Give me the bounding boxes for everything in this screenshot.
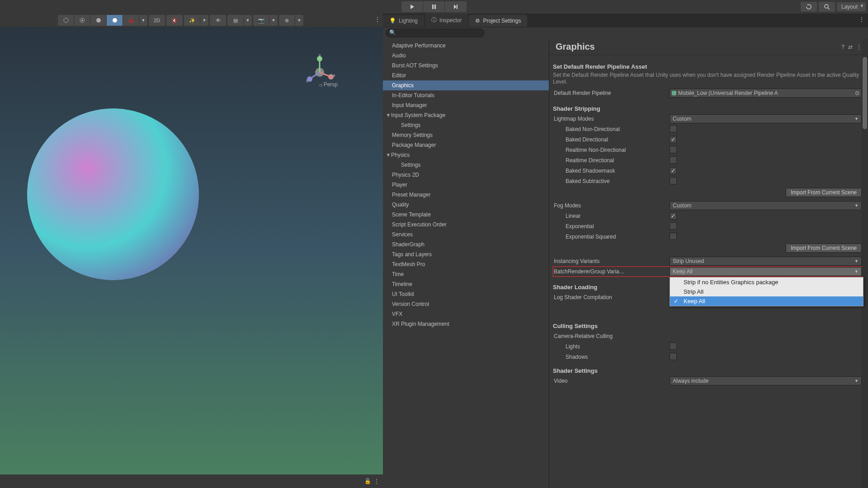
import-lightmap-button[interactable]: Import From Current Scene: [786, 188, 862, 197]
cat-input-manager[interactable]: Input Manager: [383, 100, 549, 110]
import-fog-button[interactable]: Import From Current Scene: [786, 244, 862, 253]
cat-physics-2d[interactable]: Physics 2D: [383, 170, 549, 180]
undo-history-icon[interactable]: [801, 2, 817, 12]
cat-preset-manager[interactable]: Preset Manager: [383, 190, 549, 200]
cat-shadergraph[interactable]: ShaderGraph: [383, 239, 549, 249]
label-camera-relative-culling: Camera-Relative Culling: [553, 333, 670, 339]
cat-vfx[interactable]: VFX: [383, 309, 549, 319]
cat-physics[interactable]: ▼Physics: [383, 150, 549, 160]
brg-option-keep-all[interactable]: ✓Keep All: [670, 296, 863, 306]
search-icon[interactable]: [819, 2, 835, 12]
svg-rect-0: [432, 5, 434, 9]
scene-visibility-toggle[interactable]: 👁: [210, 15, 226, 26]
scene-panel-menu[interactable]: ⋮: [375, 16, 380, 23]
cat-services[interactable]: Services: [383, 230, 549, 239]
checkbox-baked-non-directional[interactable]: [670, 125, 677, 132]
checkbox-baked-shadowmask[interactable]: [670, 167, 677, 174]
checkbox-realtime-non-directional[interactable]: [670, 146, 677, 153]
cat-input-system-package[interactable]: ▼Input System Package: [383, 110, 549, 120]
default-pipeline-field[interactable]: Mobile_Low (Universal Render Pipeline A …: [670, 89, 862, 98]
cat-textmesh-pro[interactable]: TextMesh Pro: [383, 259, 549, 269]
cat-adaptive-performance[interactable]: Adaptive Performance: [383, 41, 549, 51]
checkbox-culling-lights[interactable]: [670, 343, 677, 350]
scene-bottom-menu[interactable]: ⋮: [374, 478, 379, 484]
cat-scene-template[interactable]: Scene Template: [383, 210, 549, 220]
brg-option-strip-all[interactable]: Strip All: [670, 287, 863, 296]
checkbox-fog-exponential[interactable]: [670, 222, 677, 230]
cat-quality[interactable]: Quality: [383, 200, 549, 210]
checkbox-culling-shadows[interactable]: [670, 353, 677, 360]
pause-button[interactable]: [423, 1, 445, 12]
2d-toggle[interactable]: 2D: [149, 15, 165, 26]
debug-draw-dropdown[interactable]: ▼: [139, 15, 147, 26]
shading-mode-shaded-wireframe[interactable]: [74, 15, 90, 26]
help-icon[interactable]: ?: [841, 44, 844, 50]
settings-search-input[interactable]: [386, 28, 485, 38]
cat-editor[interactable]: Editor: [383, 70, 549, 80]
cat-burst-aot[interactable]: Burst AOT Settings: [383, 61, 549, 70]
desc-default-pipeline: Set the Default Render Pipeline Asset th…: [553, 72, 862, 85]
svg-text:x: x: [333, 73, 335, 78]
fog-modes-dropdown[interactable]: Custom▼: [670, 201, 862, 210]
cat-physics-settings[interactable]: Settings: [383, 160, 549, 170]
scene-layers-dropdown[interactable]: ▼: [244, 15, 252, 26]
checkbox-baked-directional[interactable]: [670, 136, 677, 143]
scene-camera[interactable]: 📷: [253, 15, 269, 26]
checkbox-realtime-directional[interactable]: [670, 156, 677, 164]
scene-fx-toggle[interactable]: ✨: [184, 15, 200, 26]
shading-mode-shaded[interactable]: [107, 15, 123, 26]
brg-variants-dropdown[interactable]: Keep All▼: [670, 267, 862, 276]
cat-version-control[interactable]: Version Control: [383, 299, 549, 309]
cat-audio[interactable]: Audio: [383, 51, 549, 61]
checkbox-fog-linear[interactable]: [670, 212, 677, 220]
panel-menu[interactable]: ⋮: [859, 16, 864, 23]
layout-dropdown[interactable]: Layout▼: [837, 2, 866, 11]
cat-time[interactable]: Time: [383, 269, 549, 279]
heading-shader-stripping: Shader Stripping: [553, 105, 862, 112]
tab-inspector[interactable]: ⓘInspector: [425, 14, 468, 27]
cat-player[interactable]: Player: [383, 180, 549, 190]
cat-package-manager[interactable]: Package Manager: [383, 140, 549, 150]
cat-input-system-settings[interactable]: Settings: [383, 120, 549, 130]
cat-graphics[interactable]: Graphics: [383, 80, 549, 90]
scene-view[interactable]: y x z ◁ Persp: [0, 27, 383, 474]
cat-timeline[interactable]: Timeline: [383, 279, 549, 289]
preset-icon[interactable]: ⇄: [848, 44, 853, 50]
label-lightmap-modes: Lightmap Modes: [553, 116, 670, 122]
cat-ui-toolkit[interactable]: UI Toolkit: [383, 289, 549, 299]
cat-in-editor-tutorials[interactable]: In-Editor Tutorials: [383, 90, 549, 100]
tab-project-settings[interactable]: ⚙Project Settings: [469, 15, 527, 27]
shading-mode-unlit[interactable]: [90, 15, 107, 26]
scene-layers[interactable]: ▤: [227, 15, 244, 26]
label-brg-variants: BatchRendererGroup Varia…: [553, 268, 670, 275]
brg-option-strip-if-no-entities[interactable]: Strip if no Entities Graphics package: [670, 277, 863, 287]
cat-tags-and-layers[interactable]: Tags and Layers: [383, 249, 549, 259]
step-button[interactable]: [445, 1, 467, 12]
content-scrollbar[interactable]: [862, 39, 868, 488]
menu-icon[interactable]: ⋮: [856, 44, 862, 50]
object-picker-icon[interactable]: ⊙: [855, 90, 859, 96]
tab-lighting[interactable]: 💡Lighting: [383, 15, 424, 27]
cat-memory-settings[interactable]: Memory Settings: [383, 130, 549, 140]
scene-camera-dropdown[interactable]: ▼: [269, 15, 278, 26]
gizmos-toggle[interactable]: ⊕: [279, 15, 295, 26]
scene-fx-dropdown[interactable]: ▼: [200, 15, 208, 26]
lock-icon[interactable]: 🔓: [364, 478, 371, 484]
scene-audio-toggle[interactable]: 🔇: [166, 15, 183, 26]
lightmap-modes-dropdown[interactable]: Custom▼: [670, 114, 862, 123]
play-button[interactable]: [401, 1, 423, 12]
debug-draw-mode[interactable]: 🐞: [123, 15, 139, 26]
checkbox-fog-exponential-squared[interactable]: [670, 233, 677, 240]
shading-mode-wireframe[interactable]: [58, 15, 74, 26]
checkbox-baked-subtractive[interactable]: [670, 177, 677, 184]
svg-text:z: z: [306, 79, 308, 83]
heading-culling-settings: Culling Settings: [553, 323, 862, 329]
projection-label[interactable]: ◁ Persp: [319, 81, 338, 88]
cat-script-execution-order[interactable]: Script Execution Order: [383, 220, 549, 230]
gizmos-dropdown[interactable]: ▼: [295, 15, 303, 26]
label-fog-exponential-squared: Exponential Squared: [553, 234, 670, 240]
svg-rect-1: [434, 5, 436, 9]
instancing-variants-dropdown[interactable]: Strip Unused▼: [670, 257, 862, 266]
video-dropdown[interactable]: Always include▼: [670, 376, 862, 385]
cat-xr-plugin-management[interactable]: XR Plugin Management: [383, 319, 549, 329]
